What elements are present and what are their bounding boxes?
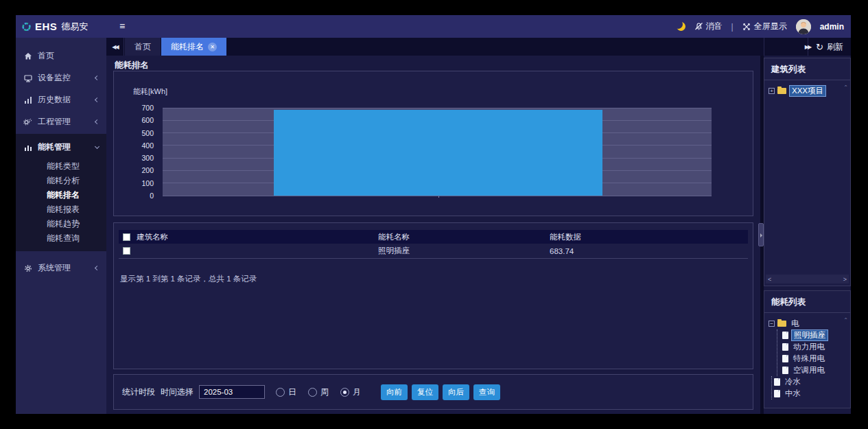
scroll-up-icon[interactable]: ⌃ [843, 317, 848, 323]
night-mode-moon-icon[interactable] [677, 22, 685, 31]
column-header-energy-value: 能耗数据 [550, 232, 748, 242]
hamburger-menu-icon[interactable]: ≡ [119, 21, 125, 32]
table-header-row: 建筑名称 能耗名称 能耗数据 [119, 230, 748, 244]
sidebar-subitem-energy-report[interactable]: 能耗报表 [16, 202, 106, 217]
scroll-tabs-right-button[interactable]: ▶▶ [764, 38, 851, 56]
y-tick-label: 400 [141, 141, 154, 150]
tab-energy-ranking[interactable]: 能耗排名 ✕ [161, 38, 226, 56]
fullscreen-button[interactable]: 全屏显示 [742, 21, 787, 32]
chart-plot [163, 108, 712, 196]
gridline [163, 108, 712, 108]
content-area: 能耗排名 能耗[kWh] 7006005004003002001000 建筑名称… [106, 56, 851, 414]
chart-y-axis-title: 能耗[kWh] [133, 86, 167, 97]
root-siblings: 冷水 中水 [771, 376, 846, 399]
building-list-panel: 建筑列表 ⌃ + XXX项目 < > [764, 58, 851, 286]
y-tick-label: 200 [141, 166, 154, 174]
header-actions: 消音 | 全屏显示 admin [677, 15, 844, 38]
query-button[interactable]: 查询 [473, 384, 500, 400]
y-tick-label: 500 [141, 129, 154, 137]
y-tick-label: 0 [150, 192, 154, 200]
sidebar-item-project-management[interactable]: 工程管理 [16, 112, 106, 132]
mute-button[interactable]: 消音 [694, 21, 723, 32]
history-chart-icon [23, 95, 32, 104]
chart-y-axis: 7006005004003002001000 [114, 108, 158, 196]
sidebar-item-device-monitor[interactable]: 设备监控 [16, 68, 106, 88]
radio-circle-icon [276, 388, 285, 397]
sidebar-subitem-energy-query[interactable]: 能耗查询 [16, 231, 106, 246]
tree-node-electricity: − 电 [769, 318, 846, 329]
time-input[interactable] [199, 385, 265, 399]
file-icon [782, 343, 788, 351]
row-checkbox[interactable] [123, 247, 130, 255]
scroll-right-icon[interactable]: > [843, 276, 847, 283]
energy-ranking-chart: 能耗[kWh] 7006005004003002001000 [113, 71, 753, 216]
y-tick-label: 300 [141, 154, 154, 162]
sidebar-item-home[interactable]: 首页 [16, 46, 106, 66]
chevron-left-icon [95, 76, 99, 80]
sidebar-subitem-energy-analysis[interactable]: 能耗分析 [16, 174, 106, 188]
file-icon [774, 378, 780, 386]
chart-bar[interactable] [274, 110, 602, 196]
monitor-icon [23, 73, 32, 82]
tree-node-project: + XXX项目 [769, 85, 846, 97]
collapse-minus-icon[interactable]: − [769, 321, 775, 327]
sidebar-item-system-management[interactable]: 系统管理 [16, 258, 106, 278]
mute-bell-icon [694, 22, 703, 31]
tree-label-cold-water[interactable]: 冷水 [783, 377, 803, 387]
scroll-up-icon[interactable]: ⌃ [843, 84, 848, 91]
table-row[interactable]: 照明插座 683.74 [119, 244, 748, 259]
tab-close-icon[interactable]: ✕ [208, 43, 217, 51]
radio-month[interactable]: 月 [340, 386, 361, 398]
energy-list-panel: 能耗列表 ⌃ − 电 照明插座 [764, 290, 851, 408]
scroll-left-icon[interactable]: < [768, 276, 771, 283]
tree-label-project[interactable]: XXX项目 [789, 85, 826, 97]
file-icon [782, 355, 788, 362]
open-folder-icon [777, 321, 786, 327]
app-window: EHS 德易安 首页 设备监控 历史数据 [16, 15, 851, 414]
sidebar-subitem-energy-ranking[interactable]: 能耗排名 [16, 188, 106, 202]
tree-label-medium-water[interactable]: 中水 [783, 389, 803, 399]
forward-button[interactable]: 向前 [381, 384, 408, 400]
page-title: 能耗排名 [115, 60, 149, 71]
radio-day[interactable]: 日 [276, 386, 296, 398]
tab-home[interactable]: 首页 [125, 38, 161, 56]
tree-node-hvac: 空调用电 [782, 364, 846, 376]
table-record-summary: 显示第 1 到第 1 条记录，总共 1 条记录 [119, 274, 748, 284]
sidebar-subitem-energy-trend[interactable]: 能耗趋势 [16, 217, 106, 231]
tree-node-lighting-socket: 照明插座 [782, 329, 846, 341]
sidebar-item-history-data[interactable]: 历史数据 [16, 90, 106, 110]
select-all-checkbox[interactable] [123, 233, 130, 241]
backward-button[interactable]: 向后 [443, 384, 469, 400]
sidebar-item-label: 工程管理 [38, 116, 71, 128]
header-separator: | [731, 22, 734, 32]
sidebar-item-energy-management[interactable]: 能耗管理 [16, 137, 106, 157]
tree-label-power[interactable]: 动力用电 [791, 342, 827, 352]
y-tick-label: 600 [141, 116, 154, 124]
fullscreen-label: 全屏显示 [754, 21, 787, 32]
username[interactable]: admin [820, 22, 844, 32]
folder-icon [777, 88, 786, 94]
section-label: 统计时段 [122, 386, 155, 398]
tree-node-special: 特殊用电 [782, 353, 846, 364]
cell-energy-name: 照明插座 [378, 246, 550, 256]
tree-node-cold-water: 冷水 [774, 376, 846, 388]
column-header-building: 建筑名称 [137, 232, 378, 242]
tabbar-spacer [226, 38, 808, 56]
sidebar-menu: 首页 设备监控 历史数据 工程管理 [16, 38, 106, 278]
user-avatar[interactable] [796, 19, 811, 34]
tree-label-lighting-socket[interactable]: 照明插座 [791, 329, 828, 341]
tree-label-electricity[interactable]: 电 [789, 318, 801, 329]
scroll-tabs-left-button[interactable]: ◀◀ [106, 38, 124, 56]
reset-button[interactable]: 复位 [412, 384, 438, 400]
sidebar-item-label: 系统管理 [38, 262, 71, 274]
tree-label-special[interactable]: 特殊用电 [791, 353, 827, 364]
radio-week[interactable]: 周 [308, 386, 329, 398]
splitter-handle[interactable] [758, 223, 764, 246]
sidebar-subitem-energy-type[interactable]: 能耗类型 [16, 159, 106, 174]
chevron-left-icon [95, 97, 99, 102]
expand-plus-icon[interactable]: + [769, 88, 775, 94]
horizontal-scrollbar[interactable]: < > [766, 275, 849, 283]
sidebar: EHS 德易安 首页 设备监控 历史数据 [16, 15, 106, 414]
tree-label-hvac[interactable]: 空调用电 [791, 365, 827, 375]
tab-label: 能耗排名 [171, 41, 204, 53]
